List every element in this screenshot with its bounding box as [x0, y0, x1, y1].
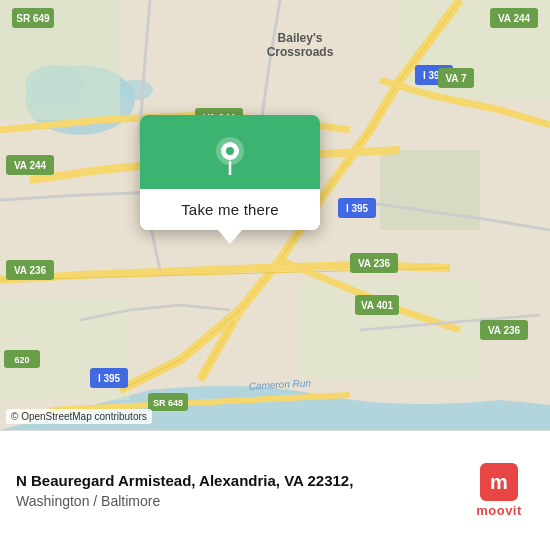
svg-text:VA 244: VA 244 — [498, 13, 531, 24]
svg-point-42 — [226, 147, 234, 155]
svg-rect-8 — [380, 150, 480, 230]
app: SR 649 VA 244 VA 244 VA 236 VA 236 I 395… — [0, 0, 550, 550]
address-line1: N Beauregard Armistead, Alexandria, VA 2… — [16, 472, 452, 489]
popup-header — [140, 115, 320, 189]
moovit-logo: m moovit — [464, 463, 534, 518]
svg-text:VA 7: VA 7 — [445, 73, 467, 84]
svg-text:Crossroads: Crossroads — [267, 45, 334, 59]
svg-text:VA 401: VA 401 — [361, 300, 394, 311]
popup-arrow — [218, 230, 242, 244]
address-line2: Washington / Baltimore — [16, 493, 452, 509]
svg-text:620: 620 — [14, 355, 29, 365]
svg-text:Bailey's: Bailey's — [278, 31, 323, 45]
bottom-bar: N Beauregard Armistead, Alexandria, VA 2… — [0, 430, 550, 550]
svg-point-3 — [117, 80, 153, 100]
svg-text:SR 648: SR 648 — [153, 398, 183, 408]
map-area: SR 649 VA 244 VA 244 VA 236 VA 236 I 395… — [0, 0, 550, 430]
svg-text:SR 649: SR 649 — [16, 13, 50, 24]
svg-text:VA 236: VA 236 — [488, 325, 521, 336]
svg-text:VA 244: VA 244 — [14, 160, 47, 171]
moovit-brand-text: moovit — [476, 503, 522, 518]
svg-text:VA 236: VA 236 — [14, 265, 47, 276]
address-block: N Beauregard Armistead, Alexandria, VA 2… — [16, 472, 452, 509]
osm-attribution-text: © OpenStreetMap contributors — [11, 411, 147, 422]
osm-attribution: © OpenStreetMap contributors — [6, 409, 152, 424]
popup-card: Take me there — [140, 115, 320, 230]
svg-text:VA 236: VA 236 — [358, 258, 391, 269]
svg-text:I 395: I 395 — [98, 373, 121, 384]
location-pin-icon — [209, 133, 251, 175]
svg-text:m: m — [490, 471, 508, 493]
svg-text:I 395: I 395 — [346, 203, 369, 214]
moovit-logo-icon: m — [480, 463, 518, 501]
take-me-there-button[interactable]: Take me there — [140, 189, 320, 230]
